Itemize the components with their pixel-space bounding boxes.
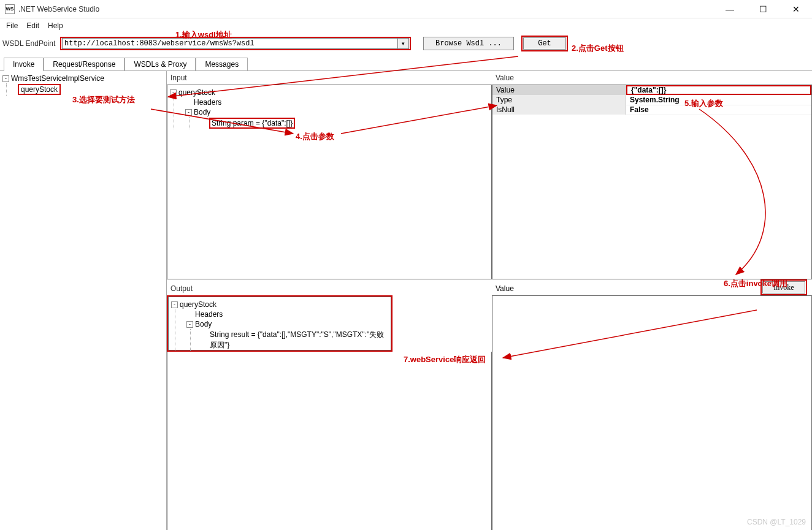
output-body-label: Body [195,320,212,328]
workspace: - WmsTestServiceImplService queryStock I… [0,71,812,530]
menu-file[interactable]: File [6,21,18,30]
output-body[interactable]: - Body [186,319,388,329]
tree-root[interactable]: - WmsTestServiceImplService [2,74,164,83]
input-root-label: queryStock [178,88,215,97]
watermark: CSDN @LT_1029 [747,518,806,526]
annotation-7: 7.webService响应返回 [404,354,486,365]
collapse-icon[interactable]: - [186,321,193,328]
annotation-2: 2.点击Get按钮 [572,43,624,54]
value-lower-header: Value [496,284,514,293]
right-column: Value Value {"data":[]} Type System.Stri… [492,71,812,530]
output-headers[interactable]: Headers [186,309,388,319]
menu-help[interactable]: Help [48,21,63,30]
service-tree-pane: - WmsTestServiceImplService queryStock [0,71,167,530]
endpoint-dropdown-icon[interactable]: ▾ [398,38,409,49]
tabs-row: Invoke Request/Response WSDLs & Proxy Me… [0,58,812,71]
collapse-icon[interactable]: - [2,75,9,82]
prop-key-isnull: IsNull [492,105,626,115]
output-root[interactable]: - queryStock [171,300,388,309]
annotation-1: 1.输入wsdl地址 [175,29,232,40]
input-header: Input [167,71,492,85]
endpoint-input-highlight: ▾ [60,37,411,50]
prop-key-type: Type [492,95,626,105]
input-param-label: String param = {"data":[]} [212,119,293,127]
get-button-highlight: Get [521,36,568,51]
maximize-button[interactable]: ☐ [752,4,774,14]
output-highlight: - queryStock Headers - Body [167,295,393,352]
value-header: Value [492,71,812,85]
input-root[interactable]: - queryStock [170,88,489,97]
collapse-icon[interactable]: - [171,301,178,308]
input-pane: Input - queryStock Headers - Body [167,71,492,279]
browse-wsdl-button[interactable]: Browse Wsdl ... [423,37,514,50]
output-headers-label: Headers [195,310,223,319]
tab-wsdls-proxy[interactable]: WSDLs & Proxy [124,58,196,70]
annotation-6: 6.点击invoke调用 [724,278,787,289]
window-title: .NET WebService Studio [18,5,719,13]
input-body[interactable]: - Body [185,107,489,117]
prop-key-value: Value [492,85,626,96]
tree-method-highlight: queryStock [18,84,61,95]
prop-row-type[interactable]: Type System.String [492,95,811,105]
close-button[interactable]: ✕ [785,4,807,14]
output-tree: - queryStock Headers - Body [168,297,391,350]
annotation-3: 3.选择要测试方法 [72,94,135,105]
minimize-button[interactable]: ― [719,4,741,14]
input-param[interactable]: String param = {"data":[]} [201,117,489,129]
output-header: Output [167,282,492,295]
endpoint-label: WSDL EndPoint [1,39,56,48]
app-icon: WS [5,4,15,14]
tab-request-response[interactable]: Request/Response [44,58,124,70]
tree-method-label: queryStock [21,85,58,94]
collapse-icon[interactable]: - [185,109,192,116]
tree-root-label: WmsTestServiceImplService [11,74,104,83]
value-lower-pane [492,295,812,530]
input-body-label: Body [194,108,210,116]
tree-method[interactable]: queryStock [18,83,164,96]
property-grid: Value {"data":[]} Type System.String IsN… [492,85,812,279]
output-root-label: queryStock [180,300,216,309]
titlebar: WS .NET WebService Studio ― ☐ ✕ [0,0,812,18]
output-lower-empty [167,352,492,530]
get-button[interactable]: Get [523,37,566,50]
annotation-4: 4.点击参数 [296,131,334,142]
output-result-label: String result = {"data":[],"MSGTY":"S","… [210,330,388,350]
input-headers[interactable]: Headers [185,97,489,107]
tab-invoke[interactable]: Invoke [4,58,44,71]
tab-messages[interactable]: Messages [196,58,248,70]
output-result[interactable]: String result = {"data":[],"MSGTY":"S","… [202,329,388,351]
prop-row-value[interactable]: Value {"data":[]} [492,85,811,95]
input-tree: - queryStock Headers - Body [167,85,492,279]
annotation-5: 5.输入参数 [684,98,723,109]
menubar: File Edit Help [0,18,812,33]
value-pane: Value Value {"data":[]} Type System.Stri… [492,71,812,279]
menu-edit[interactable]: Edit [26,21,39,30]
endpoint-row: WSDL EndPoint ▾ Browse Wsdl ... Get [0,33,812,58]
output-section: Output - queryStock Headers - B [167,282,492,530]
input-headers-label: Headers [194,98,221,107]
prop-val-value[interactable]: {"data":[]} [626,85,811,95]
input-param-highlight: String param = {"data":[]} [209,118,295,129]
collapse-icon[interactable]: - [170,89,177,96]
prop-row-isnull[interactable]: IsNull False [492,105,811,115]
